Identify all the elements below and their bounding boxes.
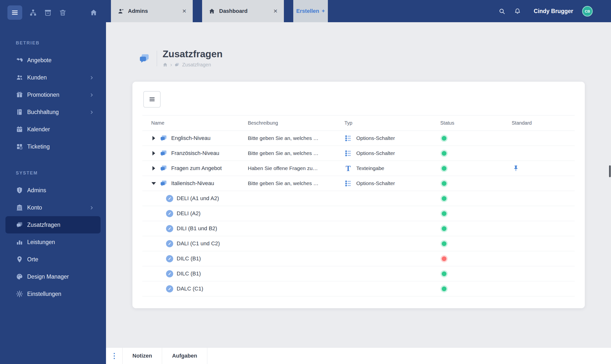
sidebar-item-label: Zusatzfragen [27,222,60,228]
page-title: Zusatzfragen [163,49,223,59]
table-menu-button[interactable] [143,91,161,108]
pin-icon[interactable] [512,165,520,172]
status-dot-active [442,151,446,156]
edit-pencil-icon[interactable] [166,225,173,232]
tab-dashboard[interactable]: Dashboard × [202,0,284,22]
close-icon[interactable]: × [274,8,277,15]
table-row-child[interactable]: DALC (C1) [142,281,575,296]
chat-bubbles-icon [160,179,168,187]
table-row-child[interactable]: DILC (B1) [142,251,575,266]
handshake-icon [16,57,23,64]
chat-bubbles-icon [160,149,168,157]
expand-caret-icon[interactable] [151,166,156,171]
expand-caret-icon[interactable] [151,151,156,155]
more-options-icon[interactable] [106,348,122,364]
trash-icon[interactable] [59,9,67,17]
tab-label: Dashboard [219,8,248,14]
sidebar-item-einstellungen[interactable]: Einstellungen [5,285,101,303]
expand-caret-icon[interactable] [151,136,156,140]
search-icon[interactable] [499,8,505,15]
scrollbar-thumb[interactable] [609,165,611,177]
table-row[interactable]: Englisch-Niveau Bitte geben Sie an, welc… [142,131,575,146]
sidebar-item-kunden[interactable]: Kunden [5,69,101,86]
sidebar-item-kalender[interactable]: Kalender [5,121,101,138]
table-header: Name Beschreibung Typ Status Standard [142,115,575,131]
sidebar-item-label: Kalender [27,126,50,133]
page-header: Zusatzfragen › Zusatzfragen [138,49,223,68]
status-dot-active [442,136,446,141]
tab-erstellen[interactable]: Erstellen + [293,0,328,22]
avatar[interactable]: CB [582,6,593,17]
sidebar-item-label: Einstellungen [27,291,61,297]
bell-icon[interactable] [514,8,521,15]
table-row-child[interactable]: DALI (C1 und C2) [142,236,575,251]
edit-pencil-icon[interactable] [166,240,173,247]
chevron-right-icon [89,92,94,97]
collapse-caret-icon[interactable] [151,182,156,185]
edit-pencil-icon[interactable] [166,270,173,277]
table-row-child[interactable]: DELI (A1 und A2) [142,191,575,206]
sidebar-item-promotionen[interactable]: Promotionen [5,86,101,103]
chat-bubbles-icon [160,134,168,142]
table-row-child[interactable]: DILC (B1) [142,266,575,281]
table-row[interactable]: Italienisch-Niveau Bitte geben Sie an, w… [142,176,575,191]
sidebar-item-design-manager[interactable]: Design Manager [5,268,101,285]
close-icon[interactable]: × [182,8,186,15]
sitemap-icon[interactable] [29,9,37,17]
sidebar-item-leistungen[interactable]: Leistungen [5,233,101,251]
sidebar-item-konto[interactable]: Konto [5,199,101,216]
chevron-right-icon [89,110,94,115]
table-row[interactable]: Französisch-Niveau Bitte geben Sie an, w… [142,146,575,161]
tab-label: Admins [128,8,148,14]
status-dot-active [442,166,446,171]
sidebar-item-label: Ticketing [27,143,50,150]
status-dot-active [442,211,446,216]
row-name: DILC (B1) [177,270,201,277]
status-dot-active [442,241,446,246]
sidebar-item-angebote[interactable]: Angebote [5,52,101,69]
bank-icon [16,204,23,211]
column-header-status: Status [440,120,512,126]
home-icon[interactable] [90,9,98,17]
sidebar-item-zusatzfragen[interactable]: Zusatzfragen [5,216,101,233]
breadcrumb: › Zusatzfragen [163,62,223,68]
row-name: Französisch-Niveau [171,150,219,156]
home-icon [209,8,215,15]
footer-tab-aufgaben[interactable]: Aufgaben [162,348,207,364]
tab-admins[interactable]: Admins × [111,0,193,22]
sidebar-item-ticketing[interactable]: Ticketing [5,138,101,155]
shield-icon [16,187,23,194]
row-type: Options-Schalter [356,150,395,156]
palette-icon [16,273,23,280]
table-row[interactable]: Fragen zum Angebot Haben Sie offene Frag… [142,161,575,176]
plus-icon: + [322,8,325,14]
row-description: Bitte geben Sie an, welches … [248,180,344,186]
row-name: Italienisch-Niveau [171,180,214,187]
row-name: DELI (A2) [177,210,201,217]
edit-pencil-icon[interactable] [166,255,173,262]
edit-pencil-icon[interactable] [166,210,173,217]
sidebar-item-label: Leistungen [27,239,55,246]
edit-pencil-icon[interactable] [166,285,173,292]
row-name: DILI (B1 und B2) [177,225,217,232]
map-pin-icon [16,256,23,263]
edit-pencil-icon[interactable] [166,195,173,202]
user-name[interactable]: Cindy Brugger [534,8,573,15]
sidebar-item-admins[interactable]: Admins [5,182,101,199]
sidebar-nav-betrieb: Angebote Kunden Promotionen B [0,52,106,155]
breadcrumb-current[interactable]: Zusatzfragen [182,62,211,68]
table-row-child[interactable]: DELI (A2) [142,206,575,221]
sidebar-menu-button[interactable] [7,5,22,20]
home-icon[interactable] [163,62,168,67]
footer-tab-label: Notizen [132,353,152,359]
footer-tab-notizen[interactable]: Notizen [122,348,162,364]
sidebar-item-buchhaltung[interactable]: Buchhaltung [5,103,101,121]
sidebar-item-label: Promotionen [27,92,59,98]
table-row-child[interactable]: DILI (B1 und B2) [142,221,575,236]
archive-icon[interactable] [44,9,52,17]
breadcrumb-separator: › [170,62,172,68]
topbar-right: Cindy Brugger CB [499,0,611,22]
sidebar-item-orte[interactable]: Orte [5,251,101,268]
options-list-icon [344,134,352,142]
status-dot-active [442,181,446,186]
